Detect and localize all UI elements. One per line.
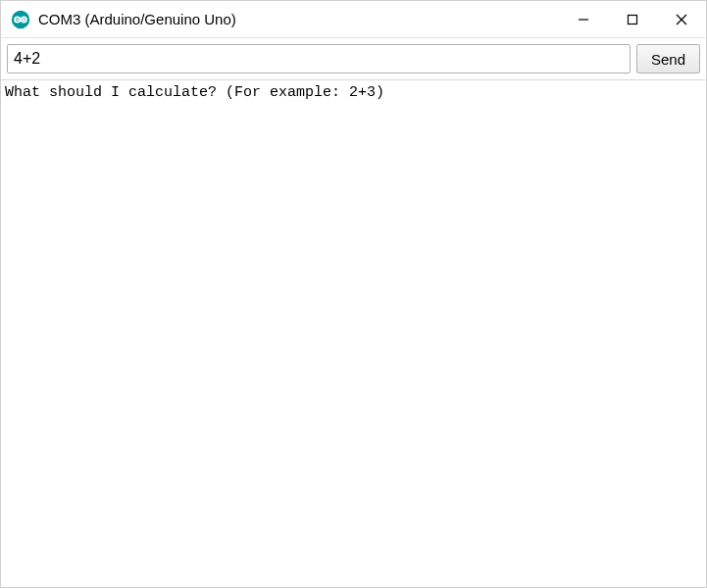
close-button[interactable] [657, 1, 706, 37]
arduino-icon [11, 10, 30, 29]
minimize-icon [578, 14, 589, 25]
maximize-button[interactable] [608, 1, 657, 37]
minimize-button[interactable] [559, 1, 608, 37]
window-title: COM3 (Arduino/Genuino Uno) [38, 11, 559, 27]
serial-monitor-window: COM3 (Arduino/Genuino Uno) Send [0, 0, 707, 588]
input-row: Send [1, 38, 706, 79]
close-icon [676, 14, 687, 25]
titlebar[interactable]: COM3 (Arduino/Genuino Uno) [1, 1, 706, 38]
window-controls [559, 1, 706, 37]
svg-rect-7 [629, 15, 637, 24]
serial-input[interactable] [7, 44, 631, 74]
send-button[interactable]: Send [636, 44, 700, 74]
maximize-icon [627, 14, 638, 25]
serial-output[interactable]: What should I calculate? (For example: 2… [1, 79, 706, 587]
